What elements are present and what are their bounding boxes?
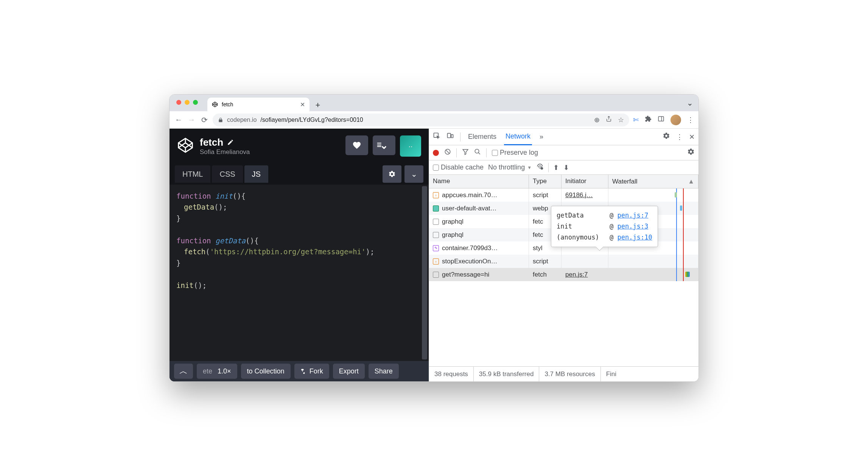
scissors-icon[interactable]: ✄	[633, 116, 639, 124]
svg-marker-13	[463, 149, 468, 155]
col-name[interactable]: Name	[429, 175, 529, 188]
minimize-window-icon[interactable]	[185, 100, 190, 105]
network-settings-icon[interactable]	[687, 148, 695, 157]
settings-button[interactable]	[383, 165, 401, 183]
share-button[interactable]: Share	[369, 364, 399, 379]
tab-css[interactable]: CSS	[212, 165, 243, 183]
bookmark-icon[interactable]: ☆	[618, 116, 624, 124]
stack-link[interactable]: pen.js:10	[618, 233, 652, 241]
requests-table: Name Type Initiator Waterfall▲ ⬨appcues.…	[429, 175, 698, 366]
forward-button[interactable]: →	[187, 115, 196, 124]
lock-icon	[218, 117, 223, 123]
status-requests: 38 requests	[429, 367, 474, 381]
col-type[interactable]: Type	[529, 175, 562, 188]
sidepanel-icon[interactable]	[658, 115, 664, 124]
pen-author: Sofia Emelianova	[200, 148, 250, 156]
device-icon[interactable]	[446, 132, 454, 142]
codepen-header: fetch Sofia Emelianova ⌄☰ ··	[170, 129, 429, 163]
fork-button[interactable]: Fork	[294, 364, 329, 379]
pen-title: fetch	[200, 137, 223, 148]
toolbar-actions: ✄ ⋮	[633, 115, 694, 125]
devtools-tabs: Elements Network » ⋮ ✕	[429, 129, 698, 145]
codepen-footer: ︿ ete 1.0× to Collection Fork Export Sha…	[170, 361, 429, 381]
scrollbar[interactable]	[422, 186, 427, 359]
browser-tab[interactable]: fetch ✕	[207, 98, 310, 111]
gear-icon[interactable]	[663, 132, 670, 142]
record-button[interactable]	[433, 150, 439, 156]
close-window-icon[interactable]	[176, 100, 181, 105]
share-icon[interactable]	[606, 116, 612, 124]
tab-strip: fetch ✕ + ⌄	[170, 95, 698, 111]
network-conditions-icon[interactable]	[536, 163, 544, 172]
to-collection-button[interactable]: to Collection	[241, 364, 291, 379]
col-initiator[interactable]: Initiator	[562, 175, 608, 188]
new-tab-button[interactable]: +	[312, 99, 324, 111]
status-bar: 38 requests 35.9 kB transferred 3.7 MB r…	[429, 366, 698, 381]
svg-point-14	[475, 149, 479, 153]
code-editor[interactable]: function init(){ getData(); } function g…	[170, 185, 429, 361]
toolbar: ← → ⟳ codepen.io/sofiayem/pen/LYdGvLg?ed…	[170, 111, 698, 129]
url-path: /sofiayem/pen/LYdGvLg?editors=0010	[260, 117, 363, 123]
kebab-icon[interactable]: ⋮	[676, 133, 683, 141]
codepen-icon	[212, 101, 218, 107]
col-waterfall[interactable]: Waterfall▲	[608, 175, 698, 188]
close-devtools-icon[interactable]: ✕	[689, 133, 695, 141]
table-row[interactable]: get?message=hifetchpen.js:7	[429, 268, 698, 281]
devtools-panel: Elements Network » ⋮ ✕ Preserve log	[429, 129, 698, 381]
status-transferred: 35.9 kB transferred	[474, 367, 540, 381]
tab-title: fetch	[222, 101, 233, 107]
svg-rect-9	[448, 133, 451, 138]
svg-line-12	[446, 150, 450, 154]
network-toolbar: Preserve log	[429, 145, 698, 160]
user-avatar[interactable]: ··	[400, 135, 421, 157]
filter-icon[interactable]	[462, 148, 469, 157]
console-toggle-button[interactable]: ︿	[174, 364, 193, 379]
tab-html[interactable]: HTML	[175, 165, 210, 183]
upload-icon[interactable]: ⬆	[553, 163, 559, 172]
heart-button[interactable]	[345, 135, 368, 155]
throttling-select[interactable]: No throttling ▼	[488, 163, 532, 171]
stack-link[interactable]: pen.js:7	[618, 212, 649, 219]
back-button[interactable]: ←	[174, 115, 183, 124]
edit-icon[interactable]	[227, 139, 234, 146]
table-row[interactable]: ⬨appcues.main.70…script69186.j…	[429, 188, 698, 202]
profile-avatar[interactable]	[670, 115, 681, 125]
browser-window: fetch ✕ + ⌄ ← → ⟳ codepen.io/sofiayem/pe…	[169, 94, 699, 382]
initiator-callstack-tooltip: getData@ pen.js:7 init@ pen.js:3 (anonym…	[551, 206, 658, 247]
status-resources: 3.7 MB resources	[539, 367, 600, 381]
export-button[interactable]: Export	[333, 364, 365, 379]
tab-js[interactable]: JS	[244, 165, 268, 183]
disable-cache-checkbox[interactable]: Disable cache	[433, 163, 484, 171]
stack-link[interactable]: pen.js:3	[618, 222, 649, 230]
tab-network[interactable]: Network	[504, 129, 532, 145]
expand-button[interactable]: ⌄	[404, 165, 423, 183]
preserve-log-checkbox[interactable]: Preserve log	[492, 149, 538, 157]
inspect-icon[interactable]	[433, 132, 440, 142]
download-icon[interactable]: ⬇	[563, 163, 569, 172]
menu-icon[interactable]: ⋮	[687, 116, 694, 124]
zoom-icon[interactable]: ⊕	[594, 116, 600, 124]
tabs-dropdown-icon[interactable]: ⌄	[687, 98, 693, 107]
network-options: Disable cache No throttling ▼ ⬆ ⬇	[429, 160, 698, 175]
status-finish: Fini	[601, 367, 622, 381]
extensions-icon[interactable]	[645, 115, 652, 124]
clear-icon[interactable]	[444, 148, 451, 157]
fullscreen-window-icon[interactable]	[193, 100, 198, 105]
tab-more[interactable]: »	[538, 133, 545, 141]
tab-elements[interactable]: Elements	[467, 133, 498, 141]
address-bar[interactable]: codepen.io/sofiayem/pen/LYdGvLg?editors=…	[213, 114, 629, 126]
table-row[interactable]: ⬨stopExecutionOn…script	[429, 255, 698, 268]
search-icon[interactable]	[474, 148, 481, 157]
codepen-logo-icon[interactable]	[177, 137, 194, 155]
codepen-panel: fetch Sofia Emelianova ⌄☰ ·· HTML CSS JS	[170, 129, 429, 381]
table-header: Name Type Initiator Waterfall▲	[429, 175, 698, 188]
reload-button[interactable]: ⟳	[200, 115, 209, 124]
svg-rect-10	[451, 135, 453, 138]
window-controls	[176, 100, 198, 105]
close-tab-icon[interactable]: ✕	[300, 101, 305, 108]
layout-button[interactable]: ⌄☰	[373, 135, 395, 155]
url-host: codepen.io	[227, 117, 257, 123]
editor-tabs: HTML CSS JS ⌄	[170, 163, 429, 185]
footer-scroll-fragment[interactable]: ete 1.0×	[197, 364, 237, 379]
svg-point-16	[541, 168, 543, 170]
